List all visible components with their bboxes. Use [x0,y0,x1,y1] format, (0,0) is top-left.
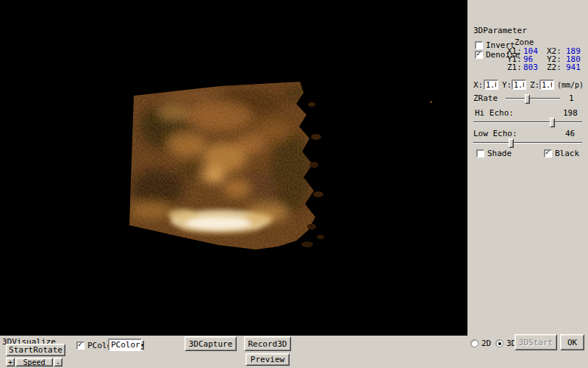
zone-z1-label: Z1: [507,63,523,72]
capture-3d-button[interactable]: 3DCapture [184,336,237,351]
zone-z2-label: Z2: [547,63,566,72]
zone-z1-value: 803 [523,63,547,72]
invert-checkbox-box [475,41,483,49]
radio-dot [498,342,501,345]
shade-checkbox-box [476,149,484,158]
black-checkbox[interactable]: ✓ Black [544,149,579,158]
low-echo-slider-thumb[interactable] [509,138,514,148]
mode-3d-radio-circle [495,339,503,347]
low-echo-value: 46 [565,130,575,138]
parameter-panel-title: 3DParameter [473,26,527,35]
low-echo-label: Low Echo: [473,130,517,138]
shade-checkbox-label: Shade [487,149,512,158]
ok-button[interactable]: OK [560,334,584,350]
check-icon: ✓ [78,340,82,349]
speed-button[interactable]: Speed [15,358,53,367]
start-3d-button[interactable]: 3DStart [514,334,557,350]
scale-z-input[interactable] [539,79,554,90]
dropdown-arrow-icon[interactable]: ▼ [140,340,145,350]
scale-x-input[interactable] [484,79,498,90]
parameter-panel: 3DParameter Invert ✓ Denoise Zone X1:104… [467,0,588,368]
zrate-label: ZRate [473,94,498,103]
scale-unit-label: (mm/p) [557,81,584,90]
zone-z2-value: 941 [566,63,581,72]
pcolor-select-value: PColor [109,340,140,350]
start-rotate-button[interactable]: StartRotate [6,344,65,356]
pcolor-select[interactable]: PColor ▼ [108,339,142,351]
check-icon: ✓ [545,148,550,157]
scale-z-label: Z: [530,81,539,90]
scale-y-label: Y: [502,81,512,90]
low-echo-slider-track[interactable] [473,142,582,144]
mode-2d-radio[interactable]: 2D [470,339,491,348]
visualize-panel: 3DVisualize StartRotate + Speed - ✓ PCol… [0,336,467,368]
record-3d-button[interactable]: Record3D [244,336,291,351]
preview-button[interactable]: Preview [245,353,290,366]
scale-x-label: X: [473,81,483,90]
mode-2d-radio-label: 2D [481,339,491,348]
app-window: 3DParameter Invert ✓ Denoise Zone X1:104… [0,0,588,368]
black-checkbox-box: ✓ [544,149,552,158]
zone-z-row: Z1:803Z2:941 [507,63,581,72]
ultrasound-volume-image [0,0,467,336]
check-icon: ✓ [476,49,481,58]
speed-plus-button[interactable]: + [6,358,15,367]
speed-minus-button[interactable]: - [54,358,62,367]
hi-echo-value: 198 [563,109,578,118]
denoise-checkbox-box: ✓ [475,51,483,59]
pcolor-checkbox-box: ✓ [76,342,85,350]
zrate-slider-thumb[interactable] [525,94,530,104]
zrate-value: 1 [569,94,574,103]
shade-checkbox[interactable]: Shade [476,149,512,158]
hi-echo-label: Hi Echo: [475,109,514,118]
hi-echo-slider-track[interactable] [473,121,582,123]
render-viewport[interactable] [0,0,467,336]
hi-echo-slider-thumb[interactable] [550,118,555,127]
scale-y-input[interactable] [512,79,526,90]
zrate-slider-track[interactable] [506,98,560,99]
mode-2d-radio-circle [470,339,478,347]
black-checkbox-label: Black [555,149,579,158]
mode-3d-radio[interactable]: 3D [495,339,516,348]
